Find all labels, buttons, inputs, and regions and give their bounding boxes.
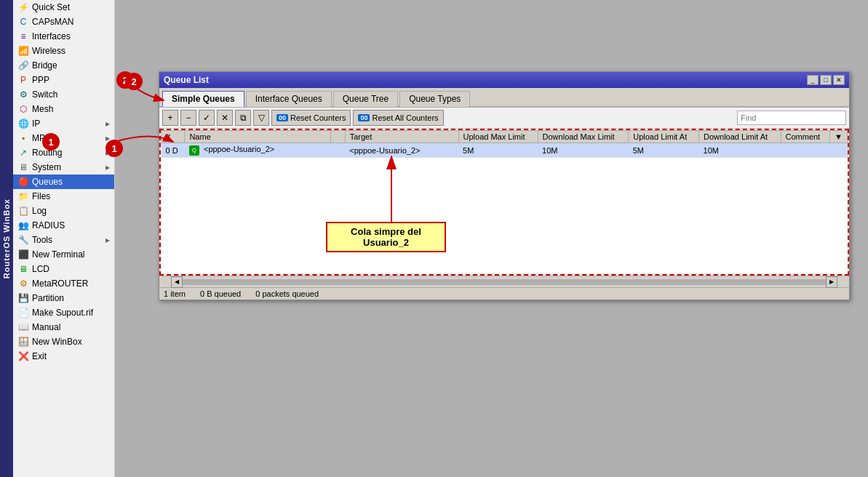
annotation-number-2: 2 bbox=[125, 73, 143, 90]
cell-name: Q <pppoe-Usuario_2> bbox=[185, 143, 330, 158]
system-arrow: ▶ bbox=[105, 164, 110, 171]
sidebar-item-files[interactable]: 📁 Files bbox=[13, 189, 114, 204]
scroll-right-button[interactable]: ▶ bbox=[826, 276, 837, 288]
col-target: Target bbox=[345, 131, 458, 143]
sidebar-item-mesh[interactable]: ⬡ Mesh bbox=[13, 102, 114, 116]
horizontal-scrollbar[interactable]: ◀ ▶ bbox=[159, 276, 849, 287]
ppp-icon: P bbox=[17, 74, 29, 86]
cell-spacer bbox=[330, 143, 345, 158]
empty-cell bbox=[162, 158, 848, 274]
mesh-icon: ⬡ bbox=[17, 103, 29, 115]
col-download-max: Download Max Limit bbox=[538, 131, 629, 143]
mpls-icon: ▪ bbox=[17, 132, 29, 144]
sidebar-item-ppp[interactable]: P PPP bbox=[13, 73, 114, 87]
wireless-icon: 📶 bbox=[17, 45, 29, 57]
lcd-icon: 🖥 bbox=[17, 263, 29, 275]
window-controls: _ □ ✕ bbox=[807, 75, 845, 85]
cell-dropdown bbox=[830, 143, 848, 158]
sidebar-item-switch[interactable]: ⚙ Switch bbox=[13, 87, 114, 102]
radius-icon: 👥 bbox=[17, 220, 29, 231]
close-button[interactable]: ✕ bbox=[833, 75, 845, 85]
scroll-left-button[interactable]: ◀ bbox=[171, 276, 183, 288]
exit-icon: ❌ bbox=[17, 350, 29, 362]
switch-icon: ⚙ bbox=[17, 89, 29, 100]
minimize-button[interactable]: _ bbox=[807, 75, 819, 85]
reset-all-label: Reset All Counters bbox=[372, 113, 438, 122]
bridge-icon: 🔗 bbox=[17, 60, 29, 71]
reset-all-badge: 00 bbox=[358, 114, 370, 121]
tab-queue-types[interactable]: Queue Types bbox=[399, 91, 470, 107]
sidebar-item-make-supout[interactable]: 📄 Make Supout.rif bbox=[13, 305, 114, 320]
table-header-row: # Name Target Upload Max Limit Download … bbox=[162, 131, 848, 143]
files-icon: 📁 bbox=[17, 191, 29, 202]
col-dropdown[interactable]: ▼ bbox=[830, 131, 848, 143]
sidebar-item-system[interactable]: 🖥 System ▶ bbox=[13, 160, 114, 175]
partition-icon: 💾 bbox=[17, 292, 29, 304]
copy-button[interactable]: ⧉ bbox=[235, 110, 251, 126]
sidebar-item-tools[interactable]: 🔧 Tools ▶ bbox=[13, 233, 114, 247]
disable-button[interactable]: ✕ bbox=[217, 110, 233, 126]
status-bar: 1 item 0 B queued 0 packets queued bbox=[159, 287, 849, 300]
add-button[interactable]: + bbox=[162, 110, 178, 126]
tools-icon: 🔧 bbox=[17, 234, 29, 246]
quickset-icon: ⚡ bbox=[17, 1, 29, 13]
arrow-1-svg bbox=[57, 127, 202, 156]
table-wrapper: # Name Target Upload Max Limit Download … bbox=[159, 129, 849, 276]
col-upload-max: Upload Max Limit bbox=[458, 131, 538, 143]
maximize-button[interactable]: □ bbox=[820, 75, 832, 85]
supout-icon: 📄 bbox=[17, 307, 29, 318]
toolbar: + − ✓ ✕ ⧉ ▽ 00 Reset Counters 00 Reset A… bbox=[159, 108, 849, 129]
window-titlebar: Queue List _ □ ✕ bbox=[159, 72, 849, 88]
sidebar-item-radius[interactable]: 👥 RADIUS bbox=[13, 218, 114, 233]
enable-button[interactable]: ✓ bbox=[199, 110, 215, 126]
main-area: Queue List _ □ ✕ Simple Queues Interface… bbox=[115, 0, 868, 477]
winbox-icon: 🪟 bbox=[17, 336, 29, 348]
cell-download-at: 10M bbox=[699, 143, 781, 158]
sidebar: ⚡ Quick Set C CAPsMAN ≡ Interfaces 📶 Wir… bbox=[13, 0, 115, 477]
filter-button[interactable]: ▽ bbox=[253, 110, 269, 126]
sidebar-item-lcd[interactable]: 🖥 LCD bbox=[13, 262, 114, 276]
sidebar-item-metarouter[interactable]: ⚙ MetaROUTER bbox=[13, 276, 114, 291]
scroll-track[interactable] bbox=[183, 279, 826, 285]
capsman-icon: C bbox=[17, 16, 29, 28]
col-comment: Comment bbox=[781, 131, 830, 143]
sidebar-item-queues[interactable]: 🔴 Queues bbox=[13, 175, 114, 189]
tab-bar: Simple Queues Interface Queues Queue Tre… bbox=[159, 88, 849, 108]
annotation-number-1: 1 bbox=[105, 140, 123, 157]
sidebar-item-bridge[interactable]: 🔗 Bridge bbox=[13, 58, 114, 73]
cell-comment bbox=[781, 143, 830, 158]
cell-upload-at: 5M bbox=[629, 143, 699, 158]
empty-row bbox=[162, 158, 848, 274]
sidebar-item-terminal[interactable]: ⬛ New Terminal bbox=[13, 247, 114, 262]
routing-icon: ↗ bbox=[17, 147, 29, 159]
sidebar-item-manual[interactable]: 📖 Manual bbox=[13, 320, 114, 334]
remove-button[interactable]: − bbox=[180, 110, 196, 126]
cell-download-max: 10M bbox=[538, 143, 629, 158]
sidebar-item-interfaces[interactable]: ≡ Interfaces bbox=[13, 29, 114, 44]
col-download-at: Download Limit At bbox=[699, 131, 781, 143]
sidebar-item-capsman[interactable]: C CAPsMAN bbox=[13, 15, 114, 29]
reset-counters-button[interactable]: 00 Reset Counters bbox=[271, 110, 351, 126]
sidebar-item-quick-set[interactable]: ⚡ Quick Set bbox=[13, 0, 114, 15]
sidebar-item-log[interactable]: 📋 Log bbox=[13, 204, 114, 218]
ip-arrow: ▶ bbox=[105, 121, 110, 127]
table-row[interactable]: 0 D Q <pppoe-Usuario_2> <pppoe-Usuario_2… bbox=[162, 143, 848, 158]
queues-icon: 🔴 bbox=[17, 176, 29, 188]
reset-counters-badge: 00 bbox=[276, 114, 288, 121]
item-count: 1 item bbox=[164, 289, 186, 298]
cell-upload-max: 5M bbox=[458, 143, 538, 158]
queue-table: # Name Target Upload Max Limit Download … bbox=[161, 130, 848, 274]
sidebar-item-new-winbox[interactable]: 🪟 New WinBox bbox=[13, 334, 114, 349]
sidebar-item-partition[interactable]: 💾 Partition bbox=[13, 291, 114, 305]
log-icon: 📋 bbox=[17, 205, 29, 217]
col-spacer bbox=[330, 131, 345, 143]
vertical-label: RouterOS WinBox bbox=[0, 0, 13, 477]
tab-interface-queues[interactable]: Interface Queues bbox=[246, 91, 332, 107]
sidebar-item-wireless[interactable]: 📶 Wireless bbox=[13, 44, 114, 58]
find-input[interactable] bbox=[737, 111, 846, 125]
reset-all-counters-button[interactable]: 00 Reset All Counters bbox=[353, 110, 443, 126]
sidebar-item-exit[interactable]: ❌ Exit bbox=[13, 349, 114, 364]
tab-queue-tree[interactable]: Queue Tree bbox=[333, 91, 398, 107]
ip-icon: 🌐 bbox=[17, 118, 29, 129]
tools-arrow: ▶ bbox=[105, 237, 110, 244]
